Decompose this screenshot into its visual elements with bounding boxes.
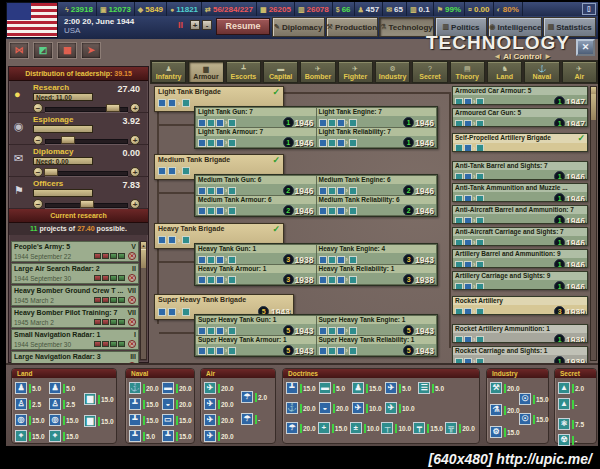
tech-summary-cell[interactable]: ♟ 15.0 — [352, 381, 385, 395]
slider-minus-button[interactable]: − — [33, 103, 43, 113]
tech-summary-cell[interactable]: ▲ - — [558, 397, 594, 411]
tech-item[interactable]: Artillery Barrel and Ammunition: 9 › 1 1… — [452, 249, 588, 268]
tech-summary-cell[interactable]: ± 10.0 — [350, 421, 382, 435]
tech-summary-cell[interactable]: ┯ 15.0 — [413, 421, 445, 435]
research-control-button[interactable] — [118, 341, 125, 347]
close-button[interactable]: ✕ — [576, 39, 595, 56]
scroll-thumb[interactable] — [591, 94, 596, 120]
research-control-button[interactable] — [94, 319, 101, 325]
tech-summary-cell[interactable]: ⚛ 7.5 — [558, 417, 594, 431]
map-icon[interactable]: ◩ — [33, 42, 53, 59]
cancel-research-button[interactable]: ✕ — [128, 296, 136, 304]
tech-component[interactable]: Light Tank Reliability: 7 › 1 1946 — [317, 128, 437, 147]
research-control-button[interactable] — [110, 341, 117, 347]
research-control-button[interactable] — [94, 341, 101, 347]
research-row[interactable]: Heavy Bomber Pilot Training: 7 VII 1945 … — [11, 307, 139, 328]
chart-icon[interactable]: ▦ — [57, 42, 77, 59]
research-slider[interactable]: − + — [33, 103, 140, 113]
tech-summary-cell[interactable]: ♟ 5.0 — [15, 381, 49, 395]
cancel-research-button[interactable]: ✕ — [128, 252, 136, 260]
tech-component[interactable]: Medium Tank Armour: 6 › 2 1946 — [196, 196, 316, 215]
tech-summary-cell[interactable]: ◒ 20.0 — [162, 397, 195, 411]
scroll-up-icon[interactable] — [591, 87, 596, 94]
slider-minus-button[interactable]: − — [33, 135, 43, 145]
research-control-button[interactable] — [102, 297, 109, 303]
menu-tab[interactable]: ⚒ Production — [326, 17, 379, 37]
tech-component[interactable]: Medium Tank Engine: 6 › 2 1946 — [317, 176, 437, 195]
artillery-icon[interactable]: ➤ — [81, 42, 101, 59]
cancel-research-button[interactable]: ✕ — [128, 318, 136, 326]
tech-tab[interactable]: ✈ Air — [562, 61, 597, 83]
research-row[interactable]: Heavy Bomber Ground Crew T ... VII 1945 … — [11, 285, 139, 306]
slider-plus-button[interactable]: + — [130, 167, 140, 177]
tech-summary-cell[interactable]: ◒ 20.0 — [319, 401, 352, 415]
research-control-button[interactable] — [102, 341, 109, 347]
slider-minus-button[interactable]: − — [33, 199, 43, 209]
research-control-button[interactable] — [118, 319, 125, 325]
cancel-research-button[interactable]: ✕ — [128, 340, 136, 348]
slider-track[interactable] — [45, 139, 128, 144]
tech-item[interactable]: Rocket Artillery Ammunition: 1 › 1 1939 — [452, 324, 588, 343]
tech-tab[interactable]: ⚙ Industry — [375, 61, 410, 83]
slider-plus-button[interactable]: + — [130, 103, 140, 113]
tech-summary-cell[interactable]: ╦ 20.0 — [445, 421, 477, 435]
cancel-research-button[interactable]: ✕ — [128, 274, 136, 282]
tech-item[interactable]: Self-Propelled Artillery Brigade ✓ › — [452, 133, 588, 152]
menu-tab[interactable]: ✎ Diplomacy — [272, 17, 325, 37]
tech-summary-cell[interactable]: ✈ 5.0 — [385, 381, 418, 395]
tech-summary-cell[interactable]: ▬ 5.0 — [319, 381, 352, 395]
tech-component[interactable]: Medium Tank Gun: 6 › 2 1946 — [196, 176, 316, 195]
tech-component[interactable]: Heavy Tank Gun: 1 › 3 1938 — [196, 245, 316, 264]
research-control-button[interactable] — [118, 253, 125, 259]
research-row[interactable]: People's Army: 5 V 1944 September 22 ✕ — [11, 241, 139, 262]
research-control-button[interactable] — [110, 253, 117, 259]
tech-summary-cell[interactable]: ┻ 15.0 — [286, 381, 319, 395]
research-row[interactable]: Small Navigation Radar: 1 I 1944 Septemb… — [11, 329, 139, 350]
tech-component[interactable]: Light Tank Engine: 7 › 1 1946 — [317, 108, 437, 127]
tech-summary-cell[interactable]: ⚓ 20.0 — [286, 401, 319, 415]
tech-item[interactable]: Rocket Carriage and Sights: 1 › 1 1939 — [452, 346, 588, 363]
tech-tab[interactable]: ▆ Armour — [188, 61, 223, 83]
tech-summary-cell[interactable]: ⌖ 15.0 — [49, 429, 83, 443]
officers-slider[interactable]: − + — [33, 199, 140, 209]
tech-tab[interactable]: ♟ Infantry — [151, 61, 186, 83]
tech-summary-cell[interactable]: ✈ 10.0 — [352, 401, 385, 415]
messages-filter-icon[interactable]: ⋈ — [9, 42, 29, 59]
tech-tab[interactable]: ⚓ Naval — [524, 61, 559, 83]
tech-item[interactable]: Anti-Aircraft Barrel and Ammunition: 7 ›… — [452, 205, 588, 224]
tech-item[interactable]: Artillery Carriage and Sights: 9 › 1 194… — [452, 271, 588, 290]
tech-summary-cell[interactable]: + 15.0 — [318, 421, 350, 435]
tech-summary-cell[interactable]: ♙ 2.5 — [15, 397, 49, 411]
tech-component[interactable]: Super Heavy Tank Armour: 1 › 5 1943 — [196, 336, 316, 355]
research-control-button[interactable] — [110, 275, 117, 281]
slider-handle[interactable] — [80, 200, 94, 208]
tech-item[interactable]: Anti-Aircraft Carriage and Sights: 7 › 1… — [452, 227, 588, 246]
tech-component[interactable]: Light Tank Armour: 7 › 1 1946 — [196, 128, 316, 147]
tech-summary-cell[interactable]: ┻ 5.0 — [129, 429, 162, 443]
espionage-slider[interactable]: − + — [33, 135, 140, 145]
tech-summary-cell[interactable]: ▆ 15.0 — [84, 392, 114, 406]
menu-button[interactable]: ▯ — [582, 3, 596, 15]
research-control-button[interactable] — [94, 275, 101, 281]
tech-summary-cell[interactable]: ┻ 15.0 — [129, 413, 162, 427]
tech-tab[interactable]: ┻ Escorts — [226, 61, 261, 83]
tech-item[interactable]: Armoured Car Armour: 5 › 1 1947 — [452, 86, 588, 105]
speed-up-button[interactable]: + — [190, 20, 200, 30]
tech-summary-cell[interactable]: ◎ 15.0 — [49, 413, 83, 427]
scroll-up-icon[interactable]: ▲ — [141, 242, 146, 249]
tech-summary-cell[interactable]: ♟ 5.0 — [49, 381, 83, 395]
pause-indicator[interactable]: II — [178, 20, 183, 30]
research-control-button[interactable] — [110, 319, 117, 325]
research-row[interactable]: Large Air Search Radar: 2 II 1944 Septem… — [11, 263, 139, 284]
research-control-button[interactable] — [110, 297, 117, 303]
tech-summary-cell[interactable]: ♙ 2.5 — [49, 397, 83, 411]
tech-summary-cell[interactable]: ✈ 10.0 — [385, 401, 418, 415]
tech-tab[interactable]: ? Secret — [412, 61, 447, 83]
tech-tab[interactable]: ▤ Theory — [450, 61, 485, 83]
slider-plus-button[interactable]: + — [130, 135, 140, 145]
tech-component[interactable]: Super Heavy Tank Engine: 1 › 5 1943 — [317, 316, 437, 335]
research-control-button[interactable] — [94, 253, 101, 259]
tech-tab[interactable]: ✈ Bomber — [300, 61, 335, 83]
slider-plus-button[interactable]: + — [130, 199, 140, 209]
research-list-scrollbar[interactable]: ▲ — [140, 241, 147, 360]
